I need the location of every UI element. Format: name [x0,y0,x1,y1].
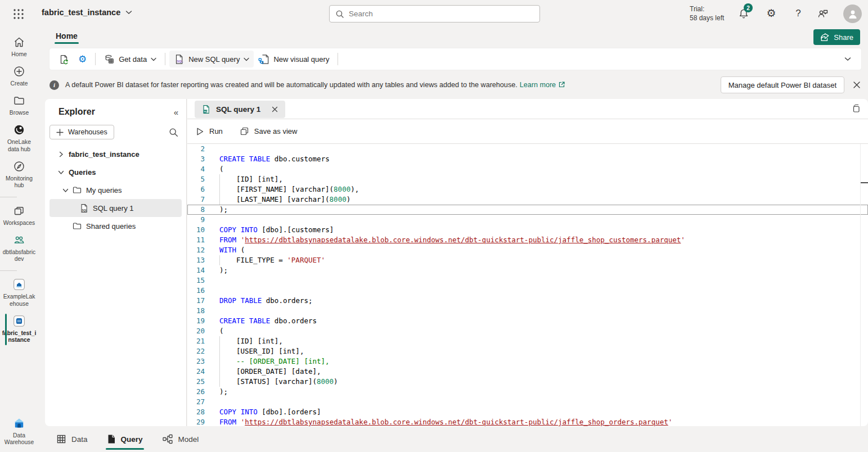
explorer-search-icon[interactable] [169,128,178,137]
code-line[interactable]: 21[ID] [int], [187,336,868,346]
code-line[interactable]: 7[LAST_NAME] [varchar](8000) [187,195,868,205]
chevron-right-icon[interactable] [56,151,65,157]
rail-item-fabric-test-instance[interactable]: fabric_test_instance [0,311,38,347]
home-icon [13,36,25,48]
view-tab-data[interactable]: Data [55,431,89,448]
notifications-bell-icon[interactable]: 2 [738,7,750,20]
code-line[interactable]: 18 [187,306,868,316]
rail-item-monitoring-hub[interactable]: Monitoring hub [0,157,38,193]
code-line[interactable]: 25[STATUS] [varchar](8000) [187,377,868,387]
refresh-dataset-button[interactable] [54,51,74,67]
code-line[interactable]: 19CREATE TABLE dbo.orders [187,316,868,326]
code-line[interactable]: 26); [187,387,868,397]
collapse-panel-icon[interactable]: « [174,107,178,117]
tab-home[interactable]: Home [55,29,79,45]
code-line[interactable]: 15 [187,275,868,286]
close-tab-icon[interactable] [271,106,278,113]
rail-item-browse[interactable]: Browse [0,91,38,120]
code-line-content [205,397,219,407]
manage-default-dataset-button[interactable]: Manage default Power BI dataset [721,76,844,93]
learn-more-link[interactable]: Learn more [520,81,556,89]
rail-item-home[interactable]: Home [0,33,38,62]
sqlfile-icon: SQL [79,204,89,213]
rail-item-label: Workspaces [3,220,35,227]
code-line[interactable]: 5[ID] [int], [187,174,868,184]
rail-item-label: Create [11,80,28,87]
code-line[interactable]: 13FILE_TYPE = 'PARQUET' [187,255,868,265]
code-line[interactable]: 10COPY INTO [dbo].[customers] [187,225,868,235]
app-launcher-icon[interactable] [12,8,25,20]
code-line[interactable]: 16 [187,286,868,296]
view-tab-label: Query [121,435,143,444]
code-line-content: ( [205,164,224,174]
external-link-icon[interactable] [558,81,565,88]
notification-badge: 2 [744,3,753,12]
code-line[interactable]: 28COPY INTO [dbo].[orders] [187,407,868,417]
tree-item-fabric-test-instance[interactable]: fabric_test_instance [50,145,182,163]
chevron-down-icon[interactable] [56,170,65,175]
code-line[interactable]: 24[ORDER_DATE] [date], [187,367,868,377]
add-warehouses-button[interactable]: Warehouses [50,125,114,139]
new-visual-query-button[interactable]: New visual query [254,51,334,67]
code-line[interactable]: 20( [187,326,868,336]
code-line[interactable]: 8); [187,205,868,215]
line-number: 20 [187,326,205,336]
toolbar-expand-chevron-icon[interactable] [844,57,851,61]
code-line[interactable]: 14); [187,265,868,275]
svg-text:SQL: SQL [82,209,87,211]
new-sql-query-button[interactable]: SQL New SQL query [169,51,254,67]
explorer-panel: Explorer « Warehouses fabric_test_instan… [45,99,187,426]
copy-icon[interactable] [851,104,861,114]
sql-code-editor[interactable]: 23CREATE TABLE dbo.customers4(5[ID] [int… [187,144,868,426]
help-icon[interactable]: ? [792,7,804,20]
code-line[interactable]: 22[USER_ID] [int], [187,346,868,356]
code-line[interactable]: 9 [187,215,868,225]
run-button[interactable]: Run [196,127,223,136]
chevron-down-icon[interactable] [61,188,70,193]
get-data-button[interactable]: Get data [100,51,161,67]
settings-button[interactable]: ⚙ [74,51,91,67]
code-line[interactable]: 27 [187,397,868,407]
code-line[interactable]: 23-- [ORDER_DATE] [int], [187,356,868,367]
line-number: 8 [187,205,205,215]
banner-close-icon[interactable] [851,79,862,91]
rail-item-create[interactable]: Create [0,62,38,91]
rail-item-data-warehouse[interactable]: Data Warehouse [0,414,38,450]
tree-item-my-queries[interactable]: My queries [50,181,182,199]
tree-item-shared-queries[interactable]: Shared queries [50,217,182,235]
code-line[interactable]: 12WITH ( [187,245,868,255]
indent-guide [219,195,236,205]
view-tab-query[interactable]: Query [106,431,144,448]
workspace-name: fabric_test_instance [42,8,120,17]
code-line[interactable]: 11FROM 'https://dbtlabsynapsedatalake.bl… [187,235,868,245]
workspace-switcher[interactable]: fabric_test_instance [42,8,132,17]
rail-item-onelake-data-hub[interactable]: OneLake data hub [0,120,38,156]
save-as-view-button[interactable]: Save as view [240,126,298,136]
code-line[interactable]: 2 [187,144,868,154]
search-input[interactable]: Search [329,5,540,22]
user-avatar[interactable] [843,4,862,23]
code-line-content: ); [205,205,228,215]
code-line[interactable]: 29FROM 'https://dbtlabsynapsedatalake.bl… [187,417,868,426]
chevron-down-icon [125,10,132,15]
rail-item-workspaces[interactable]: Workspaces [0,201,38,230]
line-number: 12 [187,245,205,255]
rail-item-examplelakehouse[interactable]: ExampleLakehouse [0,275,38,311]
rail-item-dbtlabsfabricdev[interactable]: dbtlabsfabricdev [0,230,38,266]
code-line[interactable]: 17DROP TABLE dbo.orders; [187,296,868,306]
tree-item-sql-query-1[interactable]: SQLSQL query 1 [50,199,182,217]
share-button[interactable]: Share [813,29,860,45]
editor-scrollbar-track[interactable] [860,144,861,426]
code-line[interactable]: 3CREATE TABLE dbo.customers [187,154,868,164]
grid-icon [56,434,66,444]
line-number: 11 [187,235,205,245]
settings-gear-icon[interactable]: ⚙ [765,7,777,20]
code-line[interactable]: 4( [187,164,868,174]
folder-icon [72,221,82,231]
view-tab-model[interactable]: Model [161,431,200,448]
code-line[interactable]: 6[FIRST_NAME] [varchar](8000), [187,184,868,195]
query-tab-sql-query-1[interactable]: SQL SQL query 1 [195,101,285,118]
tree-item-queries[interactable]: Queries [50,163,182,181]
feedback-icon[interactable] [817,7,829,20]
line-number: 13 [187,255,205,265]
